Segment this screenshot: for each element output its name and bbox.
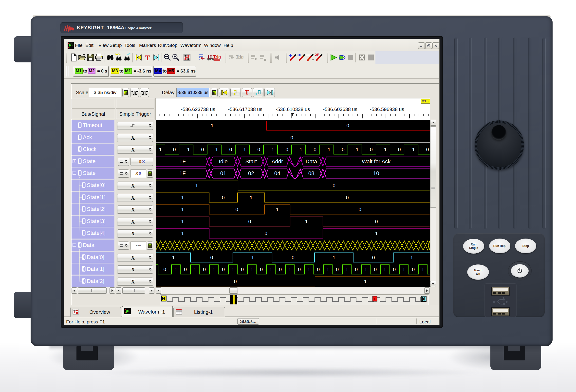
svg-text:0: 0	[393, 267, 396, 272]
svg-text:1: 1	[181, 219, 184, 224]
svg-text:T: T	[374, 297, 376, 301]
svg-text:0: 0	[229, 147, 232, 152]
svg-text:-536.603638 us: -536.603638 us	[323, 107, 357, 112]
svg-text:0: 0	[264, 231, 267, 236]
svg-text:1: 1	[251, 255, 254, 260]
svg-text:Trig: Trig	[236, 55, 243, 59]
svg-text:1: 1	[193, 267, 196, 272]
svg-text:0: 0	[210, 255, 213, 260]
svg-text:1F: 1F	[179, 170, 186, 176]
svg-text:1F: 1F	[179, 158, 186, 165]
svg-text:-536.617038 us: -536.617038 us	[228, 107, 262, 112]
svg-text:0: 0	[222, 267, 225, 272]
svg-text:0: 0	[222, 195, 225, 200]
svg-text:-536.596938 us: -536.596938 us	[370, 107, 404, 112]
svg-text:1: 1	[159, 147, 162, 152]
svg-text:1: 1	[333, 255, 335, 260]
svg-text:1: 1	[307, 267, 310, 272]
svg-text:0: 0	[358, 207, 361, 212]
svg-text:0: 0	[298, 267, 301, 272]
svg-text:T: T	[145, 54, 150, 62]
svg-text:-536.610338 us: -536.610338 us	[276, 107, 310, 112]
svg-text:0: 0	[317, 267, 320, 272]
svg-text:1: 1	[195, 183, 198, 188]
svg-text:02: 02	[248, 170, 254, 176]
svg-text:1: 1	[276, 207, 279, 212]
svg-text:1: 1	[250, 195, 252, 200]
svg-text:1: 1	[250, 267, 253, 272]
svg-text:0: 0	[372, 255, 375, 260]
svg-text:1: 1	[384, 147, 387, 152]
svg-text:0: 0	[370, 147, 373, 152]
svg-text:1: 1	[412, 147, 415, 152]
svg-text:0: 0	[279, 267, 282, 272]
svg-text:0: 0	[290, 135, 293, 140]
svg-text:0: 0	[333, 183, 335, 188]
svg-text:1: 1	[231, 267, 234, 272]
svg-text:1: 1	[215, 147, 218, 152]
svg-text:0: 0	[291, 255, 294, 260]
svg-text:Start: Start	[245, 158, 257, 165]
svg-text:1: 1	[211, 123, 213, 128]
svg-text:1: 1	[181, 231, 184, 236]
svg-text:01: 01	[220, 170, 226, 176]
svg-text:0: 0	[398, 147, 401, 152]
svg-text:0: 0	[184, 267, 187, 272]
svg-text:1: 1	[174, 267, 177, 272]
svg-text:1: 1	[288, 267, 291, 272]
svg-text:1: 1	[299, 147, 302, 152]
svg-text:04: 04	[274, 170, 280, 176]
svg-text:1: 1	[326, 267, 329, 272]
svg-text:1: 1	[402, 267, 405, 272]
svg-text:0: 0	[234, 279, 236, 284]
svg-text:T: T	[312, 59, 314, 62]
svg-text:0: 0	[346, 123, 349, 128]
svg-text:Idle: Idle	[219, 158, 228, 165]
svg-text:0: 0	[260, 267, 263, 272]
svg-text:0: 0	[235, 207, 238, 212]
svg-text:0: 0	[163, 267, 166, 272]
svg-text:1: 1	[305, 219, 308, 224]
svg-text:Trig: Trig	[213, 55, 221, 59]
svg-text:0: 0	[412, 267, 415, 272]
svg-text:1: 1	[375, 231, 378, 236]
svg-text:08: 08	[308, 170, 314, 176]
svg-text:1: 1	[345, 267, 348, 272]
svg-text:1: 1	[187, 147, 190, 152]
svg-text:1: 1	[181, 207, 184, 212]
svg-text:OF: OF	[315, 53, 319, 56]
svg-text:0: 0	[241, 267, 244, 272]
svg-text:0: 0	[375, 219, 378, 224]
svg-text:1: 1	[410, 255, 413, 260]
svg-text:0: 0	[203, 267, 206, 272]
svg-text:Data: Data	[306, 158, 317, 165]
svg-text:1: 1	[269, 267, 272, 272]
svg-text:1: 1	[172, 255, 175, 260]
svg-text:1: 1	[383, 267, 386, 272]
svg-text:0: 0	[248, 219, 251, 224]
svg-text:1: 1	[328, 147, 330, 152]
svg-text:1: 1	[243, 147, 246, 152]
svg-text:10: 10	[373, 170, 379, 176]
svg-text:Addr: Addr	[272, 158, 283, 165]
svg-text:0: 0	[355, 267, 358, 272]
svg-text:...: ...	[293, 161, 296, 166]
svg-text:0: 0	[201, 147, 204, 152]
svg-text:1: 1	[364, 267, 367, 272]
svg-text:Wait for Ack: Wait for Ack	[362, 158, 391, 165]
svg-text:1: 1	[212, 267, 215, 272]
svg-text:0: 0	[314, 147, 316, 152]
svg-text:1: 1	[364, 279, 367, 284]
svg-text:0: 0	[426, 147, 429, 152]
svg-text:1: 1	[356, 147, 358, 152]
svg-text:0: 0	[257, 147, 260, 152]
svg-text:0: 0	[374, 267, 377, 272]
svg-text:1: 1	[271, 147, 274, 152]
svg-text:0: 0	[342, 147, 344, 152]
svg-text:1: 1	[421, 267, 424, 272]
svg-text:0: 0	[346, 195, 348, 200]
svg-text:0: 0	[336, 267, 339, 272]
svg-text:-536.623738 us: -536.623738 us	[181, 107, 215, 112]
svg-text:1: 1	[181, 195, 184, 200]
svg-text:0: 0	[173, 147, 176, 152]
